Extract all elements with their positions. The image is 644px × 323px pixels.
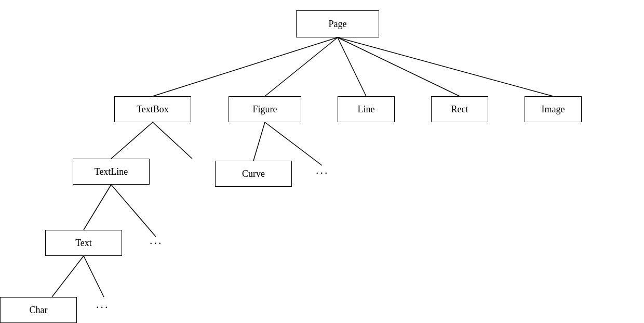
curve-label: Curve xyxy=(242,169,265,179)
svg-line-9 xyxy=(84,185,111,230)
svg-line-0 xyxy=(153,37,338,96)
text-node: Text xyxy=(45,230,122,256)
figure-label: Figure xyxy=(253,104,277,115)
rect-node: Rect xyxy=(431,96,488,122)
svg-line-2 xyxy=(338,37,366,96)
svg-line-7 xyxy=(253,122,265,161)
figure-node: Figure xyxy=(229,96,301,122)
svg-line-4 xyxy=(338,37,553,96)
char-node: Char xyxy=(0,297,77,323)
text-label: Text xyxy=(75,238,92,249)
line-label: Line xyxy=(358,104,375,115)
svg-line-10 xyxy=(111,185,156,237)
textbox-label: TextBox xyxy=(137,104,169,115)
curve-node: Curve xyxy=(215,161,292,187)
page-label: Page xyxy=(329,19,347,30)
textline-node: TextLine xyxy=(73,159,150,185)
text-ellipsis: ··· xyxy=(96,301,110,314)
svg-line-1 xyxy=(265,37,338,96)
textbox-node: TextBox xyxy=(114,96,191,122)
char-label: Char xyxy=(30,305,48,316)
textline-ellipsis: ··· xyxy=(150,237,163,250)
line-node: Line xyxy=(338,96,395,122)
svg-line-8 xyxy=(265,122,322,165)
svg-line-5 xyxy=(111,122,153,159)
rect-label: Rect xyxy=(451,104,468,115)
svg-line-3 xyxy=(338,37,460,96)
textline-label: TextLine xyxy=(95,166,128,177)
svg-line-11 xyxy=(52,256,84,297)
image-label: Image xyxy=(542,104,565,115)
page-node: Page xyxy=(296,10,379,37)
svg-line-12 xyxy=(84,256,104,297)
figure-ellipsis: ··· xyxy=(316,166,329,180)
image-node: Image xyxy=(525,96,582,122)
svg-line-6 xyxy=(153,122,192,159)
